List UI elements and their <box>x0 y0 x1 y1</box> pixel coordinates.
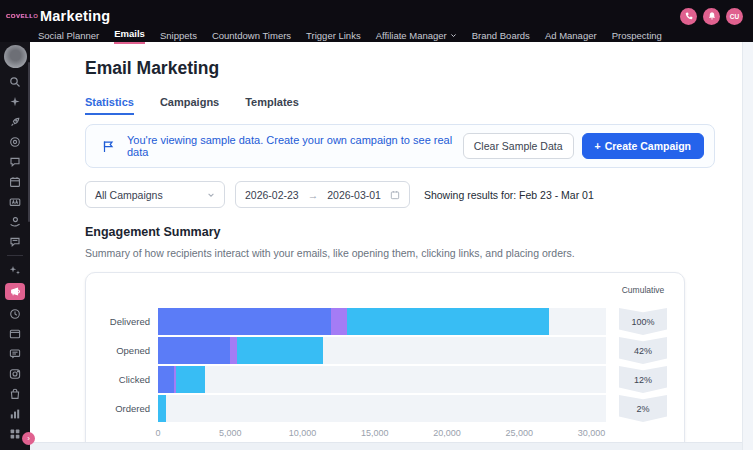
x-tick: 20,000 <box>433 428 461 438</box>
nav-affiliate-manager[interactable]: Affiliate Manager <box>376 30 457 44</box>
chart-row-clicked: Clicked <box>100 366 606 393</box>
x-tick: 10,000 <box>289 428 317 438</box>
hand-coin-icon[interactable] <box>9 215 22 228</box>
sample-data-banner: You're viewing sample data. Create your … <box>85 124 715 168</box>
bar-segment <box>158 337 230 364</box>
date-range-picker[interactable]: 2026-02-23 → 2026-03-01 <box>235 181 410 208</box>
chart-row-delivered: Delivered <box>100 308 606 335</box>
nav-ad-manager[interactable]: Ad Manager <box>545 30 597 44</box>
category-label: Clicked <box>100 374 158 385</box>
chart-row-ordered: Ordered <box>100 395 606 422</box>
cumulative-column: Cumulative 100%42%12%2% <box>616 285 670 450</box>
bottom-strip <box>30 442 753 450</box>
app-window: COVELLO Marketing CU Social Planner Emai… <box>0 0 753 450</box>
sidebar <box>0 42 30 450</box>
tab-templates[interactable]: Templates <box>245 96 299 115</box>
chart-rows: DeliveredOpenedClickedOrdered <box>100 308 606 422</box>
grid-icon[interactable] <box>9 427 22 440</box>
page-title: Email Marketing <box>85 58 715 79</box>
bar-track <box>158 395 606 422</box>
x-axis: 05,00010,00015,00020,00025,00030,000 <box>158 428 606 442</box>
bar-track <box>158 308 606 335</box>
clear-sample-data-button[interactable]: Clear Sample Data <box>463 133 574 159</box>
create-campaign-label: Create Campaign <box>605 140 691 152</box>
bar-segment <box>158 308 331 335</box>
avatar-initials: CU <box>730 13 739 20</box>
chart-plot: DeliveredOpenedClickedOrdered 05,00010,0… <box>100 285 606 450</box>
phone-button[interactable] <box>680 8 697 25</box>
tabs: Statistics Campaigns Templates <box>85 96 715 115</box>
chart-row-opened: Opened <box>100 337 606 364</box>
top-navigation: Social Planner Emails Snippets Countdown… <box>0 28 753 44</box>
scrollbar-gutter[interactable] <box>742 42 753 450</box>
bar-segment <box>331 308 346 335</box>
category-label: Opened <box>100 345 158 356</box>
user-avatar[interactable]: CU <box>726 8 743 25</box>
phone-icon <box>684 11 694 21</box>
sparkle-icon[interactable] <box>9 95 22 108</box>
camera-icon[interactable] <box>9 367 22 380</box>
chevron-down-icon <box>207 191 215 199</box>
x-tick: 25,000 <box>506 428 534 438</box>
nav-countdown-timers[interactable]: Countdown Timers <box>212 30 291 44</box>
cumulative-badge: 12% <box>619 366 667 393</box>
x-tick: 0 <box>155 428 160 438</box>
cumulative-badge: 100% <box>619 308 667 335</box>
chevron-down-icon <box>450 32 457 39</box>
chat-icon[interactable] <box>9 155 22 168</box>
bar-segment <box>347 308 549 335</box>
id-card-icon[interactable] <box>9 195 22 208</box>
tab-statistics[interactable]: Statistics <box>85 96 134 115</box>
bar-segment <box>158 395 166 422</box>
campaign-filter-select[interactable]: All Campaigns <box>85 181 225 208</box>
nav-snippets[interactable]: Snippets <box>160 30 197 44</box>
bar-chart-icon[interactable] <box>9 407 22 420</box>
tab-campaigns[interactable]: Campaigns <box>160 96 219 115</box>
chat-lines-icon[interactable] <box>9 347 22 360</box>
nav-social-planner[interactable]: Social Planner <box>38 30 99 44</box>
megaphone-icon[interactable] <box>5 283 25 300</box>
calendar-icon[interactable] <box>9 175 22 188</box>
search-icon[interactable] <box>9 75 22 88</box>
clock-icon[interactable] <box>9 307 22 320</box>
category-label: Ordered <box>100 403 158 414</box>
topbar: COVELLO Marketing CU Social Planner Emai… <box>0 0 753 42</box>
flag-icon <box>102 140 115 153</box>
bar-track <box>158 366 606 393</box>
sidebar-scrollbar[interactable] <box>28 62 30 222</box>
bar-segment <box>158 366 174 393</box>
date-arrow-icon: → <box>308 189 319 201</box>
create-campaign-button[interactable]: + Create Campaign <box>582 133 705 159</box>
banner-message: You're viewing sample data. Create your … <box>127 134 463 158</box>
plus-icon: + <box>595 140 601 152</box>
cumulative-header: Cumulative <box>616 285 670 308</box>
engagement-chart-card: DeliveredOpenedClickedOrdered 05,00010,0… <box>85 272 685 450</box>
notifications-button[interactable] <box>703 8 720 25</box>
target-icon[interactable] <box>9 135 22 148</box>
x-tick: 30,000 <box>578 428 606 438</box>
nav-emails[interactable]: Emails <box>114 28 145 44</box>
sidebar-expand-button[interactable]: › <box>22 432 35 445</box>
section-description: Summary of how recipients interact with … <box>85 247 715 259</box>
bar-track <box>158 337 606 364</box>
nav-trigger-links[interactable]: Trigger Links <box>306 30 361 44</box>
nav-brand-boards[interactable]: Brand Boards <box>472 30 530 44</box>
category-label: Delivered <box>100 316 158 327</box>
cumulative-badge: 42% <box>619 337 667 364</box>
cumulative-badges: 100%42%12%2% <box>616 308 670 422</box>
rocket-icon[interactable] <box>9 115 22 128</box>
sparkles-icon[interactable] <box>9 263 22 276</box>
brand-logo[interactable]: COVELLO <box>6 13 32 19</box>
showing-results-text: Showing results for: Feb 23 - Mar 01 <box>424 189 594 201</box>
nav-affiliate-manager-label: Affiliate Manager <box>376 30 447 41</box>
bell-icon <box>707 11 717 21</box>
campaign-filter-value: All Campaigns <box>95 189 163 201</box>
date-from[interactable]: 2026-02-23 <box>245 189 299 201</box>
chat-alt-icon[interactable] <box>9 235 22 248</box>
main-content: Email Marketing Statistics Campaigns Tem… <box>30 42 753 450</box>
nav-prospecting[interactable]: Prospecting <box>612 30 662 44</box>
date-to[interactable]: 2026-03-01 <box>327 189 381 201</box>
browser-icon[interactable] <box>9 327 22 340</box>
workspace-avatar[interactable] <box>4 45 27 68</box>
shopping-bag-icon[interactable] <box>9 387 22 400</box>
